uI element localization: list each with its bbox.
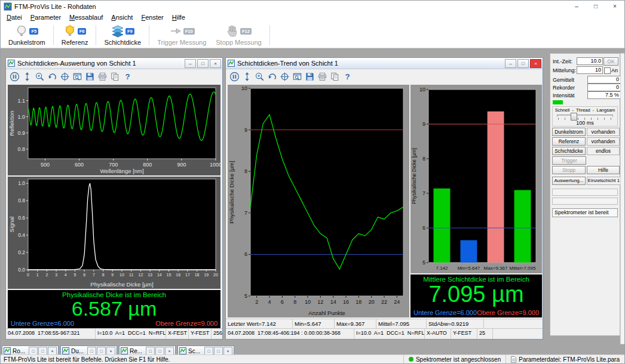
toolbar-dunkelstrom-button[interactable]: F5Dunkelstrom (4, 23, 50, 47)
maximize-button[interactable]: □ (155, 347, 164, 355)
maximize-button[interactable]: □ (97, 347, 106, 355)
crosshair-button[interactable] (278, 70, 291, 83)
int-time-label: Int.-Zeit: (553, 58, 572, 64)
eval-maximize-button[interactable]: □ (197, 59, 209, 68)
trend-minimize-button[interactable]: – (505, 59, 516, 68)
svg-text:15: 15 (167, 273, 171, 277)
toolbar-separator (149, 25, 149, 45)
signal-chart[interactable]: 012345678910111213141516171819200.00.20.… (8, 177, 220, 289)
toolbar-trigger-messung-button[interactable]: F10Trigger Messung (152, 23, 211, 47)
help-button[interactable]: ? (341, 70, 354, 83)
trigger-button[interactable]: Trigger (552, 156, 586, 165)
menu-ansicht[interactable]: Ansicht (107, 13, 137, 21)
trend-status-cell-4: 25 (477, 329, 493, 339)
undo-icon (47, 72, 57, 82)
eval-status-cell-1: I=10.0 A=1 DCC=1 N=RFL (96, 329, 166, 339)
svg-text:0.6: 0.6 (18, 215, 25, 221)
menu-parameter[interactable]: Parameter (26, 13, 65, 21)
svg-text:22: 22 (381, 299, 387, 305)
menu-fenster[interactable]: Fenster (137, 13, 167, 21)
pause-button[interactable] (8, 70, 21, 83)
svg-text:8: 8 (422, 156, 425, 162)
menu-hilfe[interactable]: Hilfe (168, 13, 189, 21)
reflection-chart[interactable]: 50060070080090010000.80.91.01.1Wellenlän… (8, 85, 220, 175)
auswertung-button[interactable]: Auswertung... (552, 177, 586, 185)
print-icon (97, 72, 108, 82)
menu-messablauf[interactable]: Messablauf (65, 13, 107, 21)
print-button[interactable] (316, 70, 329, 83)
save-button[interactable] (304, 70, 316, 83)
menu-datei[interactable]: Datei (2, 13, 26, 21)
undo-button[interactable] (46, 70, 59, 83)
trend-window-titlebar[interactable]: Schichtdicken-Trend von Schicht 1 – □ × (226, 58, 543, 69)
trend-close-button[interactable]: × (530, 59, 541, 68)
zoom-in-button[interactable] (33, 70, 46, 83)
save-button[interactable] (84, 70, 96, 83)
copy-button[interactable] (109, 70, 121, 83)
toolbar-schichtdicke-button[interactable]: F9Schichtdicke (99, 23, 146, 47)
trend-window-title: Schichtdicken-Trend von Schicht 1 (237, 60, 338, 67)
restore-button[interactable]: □ (29, 347, 38, 355)
restore-button[interactable]: □ (87, 347, 96, 355)
zoom-in-button[interactable] (253, 70, 266, 83)
maximize-button[interactable]: □ (38, 347, 47, 355)
eval-window-titlebar[interactable]: Schichtdicken-Auswertung von Schicht 1 –… (6, 58, 222, 69)
spectrometer-ready-status: Spektrometer ist bereit (552, 208, 618, 217)
autoscale-button[interactable] (241, 70, 253, 83)
int-time-input[interactable]: 10.0 (577, 57, 603, 65)
svg-text:500: 500 (41, 162, 50, 168)
crosshair-button[interactable] (59, 70, 71, 83)
pause-button[interactable] (228, 70, 241, 83)
trend-chart[interactable]: 246810121416182022245678910Anzahl Punkte… (228, 85, 409, 317)
autoscale-button[interactable] (21, 70, 33, 83)
intensity-label: Intensität (553, 92, 575, 98)
minimize-button[interactable]: – (567, 1, 586, 12)
dunkelstrom-button[interactable]: Dunkelstrom (552, 128, 586, 136)
svg-text:0.2: 0.2 (18, 249, 25, 255)
close-button[interactable]: × (605, 1, 624, 12)
trend-status-cell-3: Y-FEST (451, 329, 477, 339)
close-button[interactable]: × (48, 347, 57, 355)
print-button[interactable] (96, 70, 109, 83)
svg-text:12: 12 (139, 273, 143, 277)
eval-window: Schichtdicken-Auswertung von Schicht 1 –… (5, 57, 223, 340)
averaging-input[interactable]: 10 (577, 66, 603, 74)
eval-close-button[interactable]: × (210, 59, 221, 68)
preview-button[interactable] (291, 70, 304, 83)
close-button[interactable]: × (165, 347, 174, 355)
ok-button[interactable]: OK (603, 57, 618, 66)
minimized-window-title: Ro... (13, 348, 28, 354)
undo-button[interactable] (266, 70, 278, 83)
trend-maximize-button[interactable]: □ (517, 59, 529, 68)
close-button[interactable]: × (106, 347, 115, 355)
help-button[interactable]: ? (121, 70, 134, 83)
hilfe-button[interactable]: Hilfe (587, 166, 620, 174)
svg-text:Mittel=7.095: Mittel=7.095 (510, 266, 536, 271)
schichtdicke-button[interactable]: Schichtdicke (552, 147, 586, 155)
stopp-button[interactable]: Stopp (552, 166, 586, 174)
close-button[interactable]: × (223, 347, 232, 355)
eval-minimize-button[interactable]: – (185, 59, 196, 68)
toolbar-referenz-button[interactable]: F6Referenz (57, 23, 93, 47)
preview-button[interactable] (71, 70, 84, 83)
eval-status-cell-4: 256 (212, 329, 222, 339)
statistics-bar-chart[interactable]: 56789107.142Min=5.647Max=9.367Mittel=7.0… (410, 85, 542, 273)
restore-button[interactable]: □ (146, 347, 155, 355)
referenz-button[interactable]: Referenz (552, 137, 586, 146)
toolbar-stopp-messung-button[interactable]: F12Stopp Messung (211, 23, 266, 47)
titlebar[interactable]: FTM-ProVis Lite - Rohdaten – □ × (1, 1, 624, 12)
restore-button[interactable]: □ (204, 347, 213, 355)
copy-button[interactable] (329, 70, 341, 83)
speed-labels: Schnell - Thread - Langsam (553, 107, 617, 113)
svg-text:1.1: 1.1 (17, 98, 25, 104)
maximize-button[interactable]: □ (214, 347, 223, 355)
vertical-scrollbar[interactable] (620, 53, 625, 344)
svg-text:Physikalische Dicke [µm]: Physikalische Dicke [µm] (90, 281, 153, 288)
speed-slider-track[interactable] (557, 115, 613, 117)
eval-result-panel: Physikalische Dicke ist im Bereich 6.587… (8, 290, 220, 328)
schichtdicke-status: endlos (587, 147, 620, 155)
svg-text:10: 10 (120, 273, 124, 277)
spectrometer-status-text: Spektrometer ist angeschlossen (416, 356, 501, 363)
an-checkbox[interactable] (604, 67, 611, 74)
maximize-button[interactable]: □ (586, 1, 605, 12)
